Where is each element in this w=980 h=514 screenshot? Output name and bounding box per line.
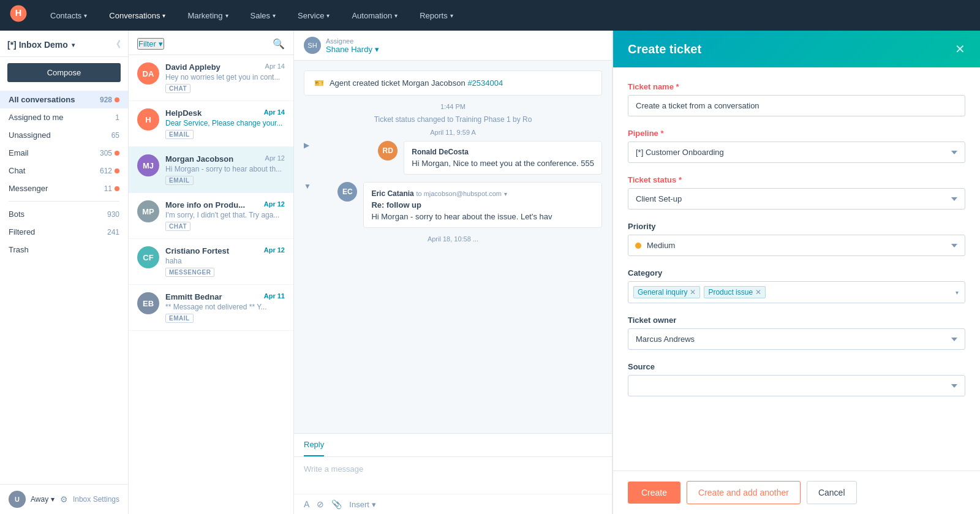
sidebar-item-bots[interactable]: Bots 930: [0, 205, 128, 223]
svg-text:H: H: [15, 8, 22, 18]
sidebar-item-unassigned[interactable]: Unassigned 65: [0, 126, 128, 144]
text-format-icon[interactable]: A: [304, 499, 309, 509]
sidebar-item-label: All conversations: [9, 95, 75, 104]
ticket-close-button[interactable]: ✕: [955, 42, 965, 56]
nav-contacts[interactable]: Contacts ▾: [47, 9, 91, 23]
source-field: Source: [628, 362, 965, 396]
message-sender: Ronald DeCosta: [412, 148, 594, 156]
conversation-item-david[interactable]: DA David Appleby Apr 14 Hey no worries l…: [129, 55, 293, 101]
conv-tag: EMAIL: [165, 176, 194, 185]
sidebar-item-messenger[interactable]: Messenger 11: [0, 180, 128, 197]
conversation-item-emmitt[interactable]: EB Emmitt Bednar Apr 11 ** Message not d…: [129, 285, 293, 331]
expand-button[interactable]: ▶: [304, 141, 309, 175]
assignee-name[interactable]: Shane Hardy ▾: [326, 45, 379, 54]
message-body: Hi Morgan, Nice to meet you at the confe…: [412, 159, 594, 168]
category-tag-remove-product[interactable]: ✕: [755, 289, 761, 296]
ticket-status-select[interactable]: Client Set-up: [628, 188, 965, 210]
reply-input[interactable]: Write a message: [294, 457, 612, 494]
ticket-name-input[interactable]: [628, 95, 965, 116]
top-navigation: H Contacts ▾ Conversations ▾ Marketing ▾…: [0, 0, 980, 31]
conv-name: Morgan Jacobson: [165, 154, 233, 164]
insert-button[interactable]: Insert ▾: [349, 500, 376, 509]
service-chevron: ▾: [326, 12, 330, 19]
cancel-button[interactable]: Cancel: [807, 481, 857, 504]
reply-toolbar: A ⊘ 📎 Insert ▾: [294, 494, 612, 514]
ticket-link[interactable]: #2534004: [467, 78, 503, 88]
conversation-item-morgan[interactable]: MJ Morgan Jacobson Apr 12 Hi Morgan - so…: [129, 147, 293, 193]
compose-button[interactable]: Compose: [7, 63, 121, 82]
contacts-chevron: ▾: [84, 12, 87, 19]
nav-reports[interactable]: Reports ▾: [416, 9, 457, 23]
conversation-list-header: Filter ▾ 🔍: [129, 31, 293, 55]
conv-tag: EMAIL: [165, 130, 194, 139]
avatar: DA: [137, 62, 159, 85]
sidebar-item-filtered[interactable]: Filtered 241: [0, 223, 128, 241]
ticket-name-field: Ticket name *: [628, 82, 965, 116]
user-status[interactable]: Away ▾: [31, 495, 55, 504]
conv-date: Apr 14: [265, 62, 285, 70]
conv-name: Emmitt Bednar: [165, 292, 222, 301]
collapse-button[interactable]: ▼: [304, 182, 311, 228]
tab-reply[interactable]: Reply: [304, 434, 324, 456]
filter-button[interactable]: Filter ▾: [137, 38, 164, 50]
conversation-item-helpdesk[interactable]: H HelpDesk Apr 14 Dear Service, Please c…: [129, 101, 293, 147]
status-change-msg: Ticket status changed to Training Phase …: [304, 115, 602, 124]
pipeline-select[interactable]: [*] Customer Onboarding: [628, 142, 965, 163]
inbox-chevron[interactable]: ▾: [72, 42, 75, 48]
category-multiselect[interactable]: General inquiry ✕ Product issue ✕ ▾: [628, 281, 965, 303]
nav-conversations[interactable]: Conversations ▾: [105, 9, 169, 23]
conv-date: Apr 14: [264, 108, 285, 116]
source-select[interactable]: [628, 375, 965, 396]
sidebar-item-label: Email: [9, 148, 29, 157]
ticket-owner-select[interactable]: Marcus Andrews: [628, 328, 965, 350]
chat-main: SH Assignee Shane Hardy ▾ 🎫 Agent create…: [294, 31, 612, 514]
chat-header: SH Assignee Shane Hardy ▾: [294, 31, 612, 61]
conv-name: HelpDesk: [165, 108, 202, 118]
paperclip-icon[interactable]: 📎: [331, 499, 342, 509]
nav-marketing[interactable]: Marketing ▾: [184, 9, 232, 23]
conv-date: Apr 12: [264, 246, 285, 254]
message-avatar: EC: [337, 182, 357, 202]
sidebar-item-trash[interactable]: Trash: [0, 241, 128, 259]
conv-name: More info on Produ...: [165, 200, 245, 210]
system-message: 🎫 Agent created ticket Morgan Jacobson #…: [304, 70, 602, 96]
sidebar-item-label: Chat: [9, 166, 25, 175]
sidebar-item-assigned-to-me[interactable]: Assigned to me 1: [0, 108, 128, 126]
create-and-add-another-button[interactable]: Create and add another: [687, 481, 801, 504]
conv-tag: CHAT: [165, 222, 190, 231]
priority-select[interactable]: Medium: [628, 235, 965, 256]
nav-service[interactable]: Service ▾: [294, 9, 333, 23]
category-label: Category: [628, 268, 965, 278]
conversation-item-cristiano[interactable]: CF Cristiano Fortest Apr 12 haha MESSENG…: [129, 239, 293, 285]
filter-chevron: ▾: [159, 39, 163, 48]
conv-date: Apr 12: [265, 154, 285, 162]
conversation-items: DA David Appleby Apr 14 Hey no worries l…: [129, 55, 293, 514]
sidebar-item-email[interactable]: Email 305: [0, 144, 128, 162]
conv-name: Cristiano Fortest: [165, 246, 229, 255]
sidebar-item-all-conversations[interactable]: All conversations 928: [0, 91, 128, 108]
reply-tabs: Reply: [294, 434, 612, 457]
hubspot-logo: H: [10, 5, 27, 26]
priority-label: Priority: [628, 222, 965, 231]
attachment-icon-small[interactable]: ⊘: [317, 499, 324, 509]
category-tag-remove-general[interactable]: ✕: [690, 289, 696, 296]
sidebar-item-label: Messenger: [9, 184, 48, 193]
sidebar-item-chat[interactable]: Chat 612: [0, 162, 128, 180]
conversation-item-moreinfo[interactable]: MP More info on Produ... Apr 12 I'm sorr…: [129, 193, 293, 239]
sales-chevron: ▾: [273, 12, 276, 19]
ticket-panel-title: Create ticket: [628, 42, 701, 56]
message-avatar: RD: [378, 141, 398, 161]
inbox-settings-link[interactable]: Inbox Settings: [73, 495, 119, 504]
create-ticket-button[interactable]: Create: [628, 482, 680, 504]
conv-preview: Hey no worries let get you in cont...: [165, 73, 285, 81]
dot-indicator: [115, 97, 119, 102]
nav-automation[interactable]: Automation ▾: [348, 9, 401, 23]
sidebar-item-label: Filtered: [9, 227, 35, 236]
nav-sales[interactable]: Sales ▾: [247, 9, 280, 23]
ticket-panel-footer: Create Create and add another Cancel: [613, 471, 980, 514]
search-button[interactable]: 🔍: [273, 38, 285, 50]
conversations-chevron: ▾: [162, 12, 165, 19]
settings-icon[interactable]: ⚙: [60, 494, 68, 504]
sidebar-collapse-button[interactable]: 《: [112, 39, 121, 50]
avatar: EB: [137, 292, 159, 314]
